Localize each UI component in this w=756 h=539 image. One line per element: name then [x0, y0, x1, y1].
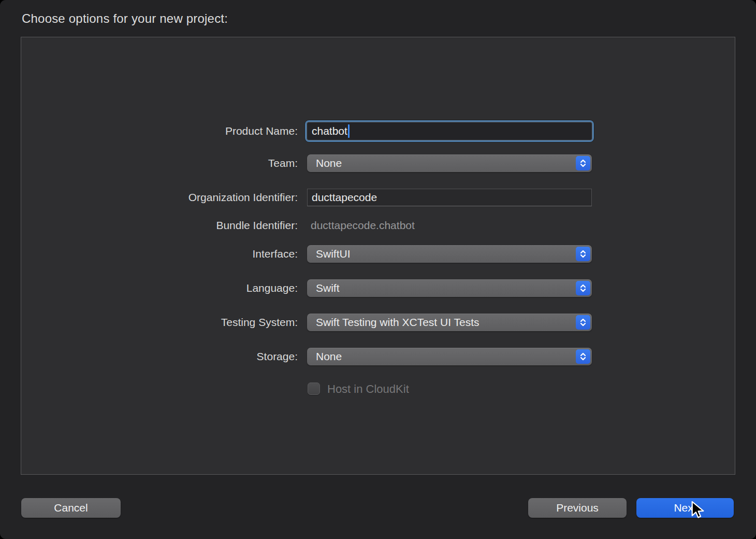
organization-identifier-label: Organization Identifier:	[0, 191, 298, 204]
product-name-row: Product Name: chatbot	[0, 120, 756, 142]
storage-label: Storage:	[0, 350, 298, 363]
host-in-cloudkit-row: Host in CloudKit	[0, 382, 756, 396]
host-in-cloudkit-label: Host in CloudKit	[327, 382, 409, 396]
language-dropdown-value: Swift	[316, 282, 340, 294]
team-dropdown-value: None	[316, 157, 342, 169]
up-down-chevrons-icon	[576, 349, 590, 364]
interface-dropdown[interactable]: SwiftUI	[307, 245, 592, 263]
language-row: Language: Swift	[0, 279, 756, 297]
testing-system-label: Testing System:	[0, 316, 298, 329]
interface-dropdown-value: SwiftUI	[316, 248, 351, 260]
team-dropdown[interactable]: None	[307, 154, 592, 172]
up-down-chevrons-icon	[576, 156, 590, 171]
storage-dropdown-value: None	[316, 350, 342, 363]
bundle-identifier-row: Bundle Identifier: ducttapecode.chatbot	[0, 219, 756, 232]
testing-system-dropdown[interactable]: Swift Testing with XCTest UI Tests	[307, 314, 592, 331]
testing-system-dropdown-value: Swift Testing with XCTest UI Tests	[316, 316, 479, 329]
team-row: Team: None	[0, 154, 756, 172]
interface-row: Interface: SwiftUI	[0, 245, 756, 263]
language-label: Language:	[0, 282, 298, 294]
text-caret	[348, 124, 350, 138]
product-name-value: chatbot	[312, 125, 347, 137]
language-dropdown[interactable]: Swift	[307, 279, 592, 297]
team-label: Team:	[0, 157, 298, 169]
interface-label: Interface:	[0, 248, 298, 260]
cancel-button[interactable]: Cancel	[21, 498, 121, 518]
organization-identifier-field[interactable]	[307, 189, 592, 206]
organization-identifier-row: Organization Identifier:	[0, 189, 756, 206]
product-name-field[interactable]: chatbot	[305, 120, 594, 142]
dialog-title: Choose options for your new project:	[22, 11, 228, 26]
up-down-chevrons-icon	[576, 315, 590, 330]
next-button[interactable]: Next	[636, 498, 734, 518]
previous-button[interactable]: Previous	[528, 498, 627, 518]
storage-dropdown[interactable]: None	[307, 348, 592, 365]
bundle-identifier-label: Bundle Identifier:	[0, 219, 298, 232]
testing-system-row: Testing System: Swift Testing with XCTes…	[0, 314, 756, 331]
new-project-options-dialog: Choose options for your new project: Pro…	[0, 0, 756, 539]
up-down-chevrons-icon	[576, 281, 590, 295]
bundle-identifier-value: ducttapecode.chatbot	[311, 219, 415, 232]
product-name-label: Product Name:	[0, 125, 298, 137]
up-down-chevrons-icon	[576, 247, 590, 261]
storage-row: Storage: None	[0, 348, 756, 365]
host-in-cloudkit-checkbox[interactable]	[308, 382, 320, 395]
